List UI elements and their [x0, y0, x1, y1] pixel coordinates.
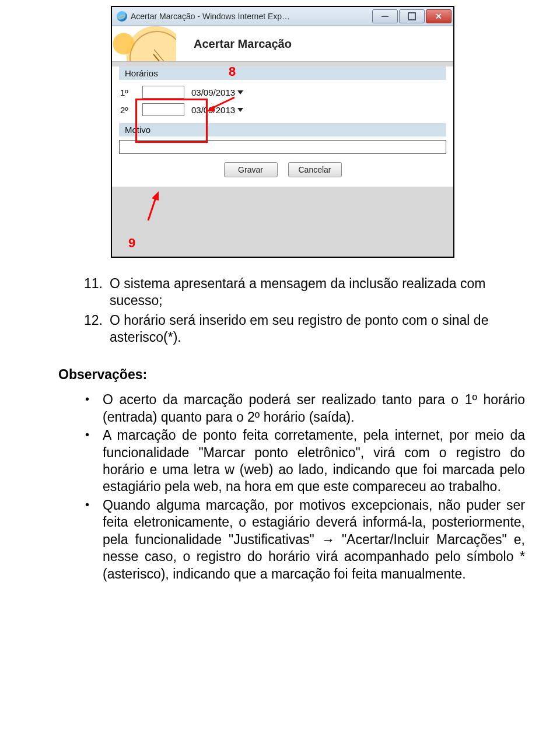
form-area: 8 Horários 1º 03/09/2013 [112, 66, 453, 187]
bullet-item: • Quando alguma marcação, por motivos ex… [85, 497, 525, 583]
close-button[interactable]: ✕ [426, 9, 452, 23]
callout-8-label: 8 [229, 64, 236, 79]
callout-9-arrow-icon [138, 190, 161, 225]
clock-icon [112, 26, 176, 61]
document-body: 11. O sistema apresentará a mensagem da … [0, 258, 560, 583]
date-text: 03/09/2013 [191, 105, 235, 115]
app-window: Acertar Marcação - Windows Internet Exp…… [111, 6, 454, 258]
bullet-text: A marcação de ponto feita corretamente, … [103, 427, 525, 496]
horarios-section-label: Horários [119, 66, 446, 80]
date-picker-2[interactable]: 03/09/2013 [191, 105, 243, 115]
chevron-down-icon [237, 90, 243, 94]
list-text: O horário será inserido em seu registro … [110, 312, 525, 346]
save-button-label: Gravar [238, 165, 263, 174]
horario-row-1: 1º 03/09/2013 [112, 83, 453, 101]
ie-icon [117, 11, 127, 22]
svg-line-2 [148, 196, 156, 220]
horario-row-2: 2º 03/09/2013 [112, 101, 453, 118]
dialog-title: Acertar Marcação [194, 37, 292, 51]
bullet-item: • O acerto da marcação poderá ser realiz… [85, 391, 525, 426]
save-button[interactable]: Gravar [224, 162, 278, 177]
list-item: 11. O sistema apresentará a mensagem da … [84, 275, 525, 310]
chevron-down-icon [237, 108, 243, 112]
window-lower-area: 9 [112, 187, 453, 257]
dialog-header: Acertar Marcação [112, 26, 453, 62]
list-number: 11. [84, 275, 110, 310]
bullet-item: • A marcação de ponto feita corretamente… [85, 427, 525, 496]
motivo-input[interactable] [119, 140, 446, 154]
date-picker-1[interactable]: 03/09/2013 [191, 87, 243, 97]
ordinal-label: 1º [120, 87, 135, 97]
maximize-button[interactable] [399, 9, 425, 23]
svg-marker-3 [152, 191, 159, 201]
observacoes-heading: Observações: [58, 366, 525, 383]
bullet-text: O acerto da marcação poderá ser realizad… [103, 391, 525, 426]
window-titlebar: Acertar Marcação - Windows Internet Exp…… [112, 7, 453, 26]
bullet-text: Quando alguma marcação, por motivos exce… [103, 497, 525, 583]
bullet-icon: • [85, 497, 103, 583]
cancel-button-label: Cancelar [298, 165, 331, 174]
cancel-button[interactable]: Cancelar [288, 162, 342, 177]
time-input-2[interactable] [142, 103, 184, 116]
ordinal-label: 2º [120, 105, 135, 115]
list-item: 12. O horário será inserido em seu regis… [84, 312, 525, 346]
window-title: Acertar Marcação - Windows Internet Exp… [131, 12, 372, 21]
callout-9-label: 9 [128, 236, 135, 251]
list-text: O sistema apresentará a mensagem da incl… [110, 275, 525, 310]
bullet-icon: • [85, 391, 103, 426]
date-text: 03/09/2013 [191, 87, 235, 97]
motivo-section-label: Motivo [119, 123, 446, 136]
list-number: 12. [84, 312, 110, 346]
minimize-button[interactable] [372, 9, 398, 23]
time-input-1[interactable] [142, 86, 184, 99]
bullet-icon: • [85, 427, 103, 496]
